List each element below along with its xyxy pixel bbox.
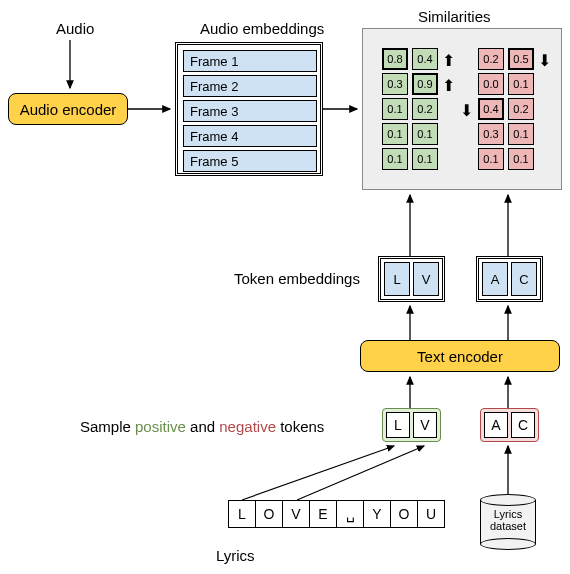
audio-encoder: Audio encoder [8, 93, 128, 125]
lyrics-char-cell: L [228, 500, 256, 528]
lyrics-char-cell: O [255, 500, 283, 528]
sim-cell: 0.3 [478, 123, 504, 145]
lyrics-label: Lyrics [216, 547, 255, 564]
similarity-pos-col1: 0.8 0.3 0.1 0.1 0.1 [382, 48, 408, 170]
sim-cell: 0.3 [382, 73, 408, 95]
sim-cell: 0.2 [478, 48, 504, 70]
sim-cell: 0.9 [412, 73, 438, 95]
token-embed-cell: L [384, 262, 410, 296]
text-encoder: Text encoder [360, 340, 560, 372]
token-embed-left: L V [378, 256, 445, 302]
similarity-pos-col2: 0.4 0.9 0.2 0.1 0.1 [412, 48, 438, 170]
sim-cell: 0.1 [412, 123, 438, 145]
similarity-neg-col2: 0.5 0.1 0.2 0.1 0.1 [508, 48, 534, 170]
token-embed-cell: A [482, 262, 508, 296]
sim-cell: 0.1 [508, 148, 534, 170]
audio-embeddings-label: Audio embeddings [200, 20, 324, 37]
sim-cell: 0.2 [412, 98, 438, 120]
lyrics-char-row: L O V E ␣ Y O U [228, 500, 445, 528]
token-embed-right: A C [476, 256, 543, 302]
lyrics-char-cell: O [390, 500, 418, 528]
token-embeddings-label: Token embeddings [234, 270, 360, 287]
frame-row: Frame 5 [183, 150, 317, 172]
negative-token-pair: A C [480, 408, 539, 442]
token-cell: C [511, 412, 535, 438]
positive-token-pair: L V [382, 408, 441, 442]
up-arrow-icon: ⬆ [442, 51, 455, 70]
sim-cell: 0.1 [382, 123, 408, 145]
lyrics-char-cell: V [282, 500, 310, 528]
similarity-neg-col1: 0.2 0.0 0.4 0.3 0.1 [478, 48, 504, 170]
down-arrow-icon: ⬇ [538, 51, 551, 70]
sample-tokens-label: Sample positive and negative tokens [80, 418, 324, 435]
token-cell: V [413, 412, 437, 438]
sim-cell: 0.0 [478, 73, 504, 95]
sim-cell: 0.1 [508, 123, 534, 145]
audio-label: Audio [56, 20, 94, 37]
sim-cell: 0.1 [508, 73, 534, 95]
frame-row: Frame 3 [183, 100, 317, 122]
sim-cell: 0.1 [382, 148, 408, 170]
frame-row: Frame 4 [183, 125, 317, 147]
lyrics-char-cell: ␣ [336, 500, 364, 528]
lyrics-char-cell: Y [363, 500, 391, 528]
sim-cell: 0.5 [508, 48, 534, 70]
lyrics-char-cell: E [309, 500, 337, 528]
down-arrow-icon: ⬇ [460, 101, 473, 120]
token-embed-cell: C [511, 262, 537, 296]
token-cell: A [484, 412, 508, 438]
frame-row: Frame 1 [183, 50, 317, 72]
svg-line-10 [297, 446, 424, 500]
audio-embeddings-block: Frame 1 Frame 2 Frame 3 Frame 4 Frame 5 [175, 42, 323, 176]
frame-row: Frame 2 [183, 75, 317, 97]
up-arrow-icon: ⬆ [442, 76, 455, 95]
sim-cell: 0.8 [382, 48, 408, 70]
sim-cell: 0.1 [412, 148, 438, 170]
sim-cell: 0.1 [478, 148, 504, 170]
svg-line-9 [242, 446, 394, 500]
sim-cell: 0.4 [412, 48, 438, 70]
sim-cell: 0.4 [478, 98, 504, 120]
token-embed-cell: V [413, 262, 439, 296]
lyrics-char-cell: U [417, 500, 445, 528]
lyrics-dataset-cylinder: Lyricsdataset [480, 494, 536, 550]
sim-cell: 0.1 [382, 98, 408, 120]
sim-cell: 0.2 [508, 98, 534, 120]
similarities-label: Similarities [418, 8, 491, 25]
token-cell: L [386, 412, 410, 438]
